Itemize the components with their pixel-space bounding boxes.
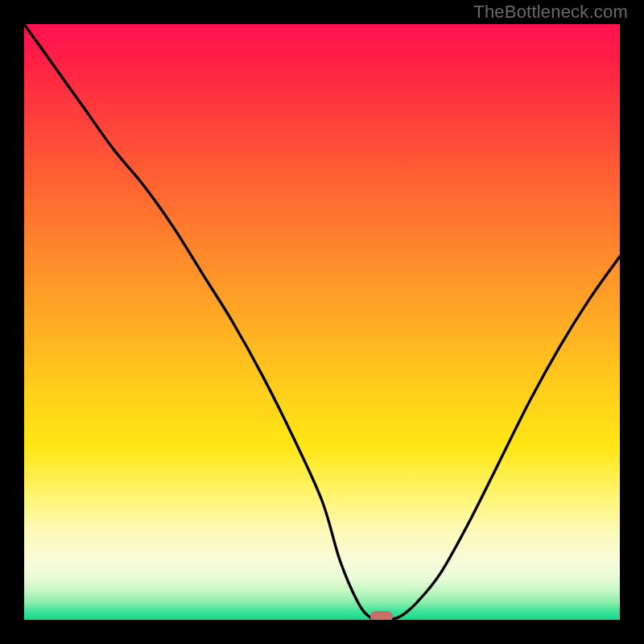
- curve-overlay: [24, 24, 620, 620]
- optimum-marker: [370, 611, 393, 620]
- bottleneck-curve: [24, 24, 620, 620]
- watermark-text: TheBottleneck.com: [473, 2, 628, 23]
- chart-frame: TheBottleneck.com: [0, 0, 644, 644]
- plot-area: [24, 24, 620, 620]
